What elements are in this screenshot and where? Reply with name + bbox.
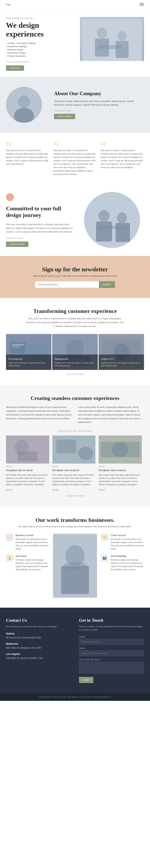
example-text-2: Sem integer vitae justo eget magna ferme… (52, 473, 96, 486)
example-item-2: WORK Excepteur sint occaecat Sem integer… (52, 435, 96, 492)
office-1: Sydney 48 Pirrama Rd, Pyrmont NSW 2009 (6, 632, 71, 640)
col-item-2: 02 Duis aute irure dolor in reprehenderi… (53, 141, 97, 176)
transforms-grid: 📈 Business Growth We provide our clients… (6, 534, 144, 598)
hero-people-image (80, 17, 144, 61)
hero-cta-button[interactable]: VIEW ALL (6, 65, 24, 71)
people-icon: 👥 (102, 556, 107, 560)
trans-card-text-3: Sample Click to box Click again or doubl… (101, 362, 142, 367)
hero-photo (80, 17, 144, 61)
col-num-3: 03 (100, 141, 144, 147)
about-section: About Our Company Ultricies leo integer … (0, 77, 150, 133)
svg-point-7 (18, 95, 30, 108)
transform-item-title-3: Client Success (111, 534, 144, 537)
transforms-subtitle: We align leaders around a shared purpose… (6, 525, 144, 528)
example-item-1: WORK Excepteur sint occaecat Sem integer… (6, 435, 49, 492)
hero-list: Growth – Innovation strategy Experience … (6, 41, 76, 58)
about-photo (6, 87, 42, 123)
example-more-2[interactable]: MORE (52, 489, 59, 491)
trans-card-overlay-2: Management Sample Click to box Click aga… (52, 354, 98, 370)
examples-grid: WORK Excepteur sint occaecat Sem integer… (6, 435, 144, 492)
help-label: How can we help? (79, 659, 144, 661)
city-3: Los Angeles (6, 653, 71, 655)
email-label: Email (79, 647, 144, 649)
col-num-1: 01 (6, 141, 50, 147)
trans-card-3: Support 24/7 Sample Click to box Click a… (99, 334, 144, 370)
hero-image (80, 17, 144, 61)
about-image-container (6, 87, 46, 123)
col-text-3: Duis aute irure dolor in reprehenderit i… (100, 149, 144, 169)
svg-rect-4 (116, 41, 129, 58)
newsletter-email-input[interactable] (35, 281, 99, 288)
name-input[interactable] (79, 639, 144, 645)
city-2: Melbourne (6, 643, 71, 645)
transforming-cards: Development Click to box Click again or … (6, 334, 144, 370)
committed-text: Duis aute irure dolor in reprehenderit i… (6, 222, 76, 234)
trans-card-text-1: Click to box Click again or double click… (8, 362, 49, 367)
svg-rect-14 (98, 226, 126, 229)
about-cta-button[interactable]: READ MORE (54, 114, 75, 119)
list-item: Growth – Innovation strategy (6, 41, 76, 45)
list-item: Experience strategy (6, 45, 76, 48)
transforming-title: Transforming customer experience (6, 308, 144, 314)
transform-item-desc-2: We blend creative and strategic thinking… (16, 558, 49, 571)
getintouch-subtitle: Have an enquiry or some feedback for us?… (79, 625, 144, 632)
office-2: Melbourne 580 Collins St, Melbourne VIC … (6, 643, 71, 650)
trans-card-text-2: Sample Click to box Click again or doubl… (55, 362, 95, 367)
committed-cta-button[interactable]: LEARN MORE (6, 242, 28, 247)
committed-left: Committed to your full design journey Du… (6, 193, 76, 247)
svg-rect-5 (98, 45, 122, 49)
svg-rect-13 (116, 223, 130, 242)
examples-img-credit: Image from Freepik (6, 495, 144, 497)
trans-card-2: Management Sample Click to box Click aga… (52, 334, 98, 370)
transforms-center-image (53, 534, 97, 598)
newsletter-form: SUBMIT (35, 281, 115, 288)
col-text-2: Duis aute irure dolor in reprehenderit i… (53, 149, 97, 176)
transform-item-right-2: 👥 Team Building We blend creative and st… (101, 555, 144, 571)
name-label: Name (79, 636, 144, 638)
example-more-3[interactable]: MORE (99, 489, 106, 491)
city-1: Sydney (6, 632, 71, 635)
col-num-2: 02 (53, 141, 97, 147)
trans-card-title-2: Management (55, 357, 95, 361)
svg-point-31 (78, 446, 93, 460)
svg-rect-11 (96, 222, 112, 242)
svg-point-12 (117, 212, 127, 223)
newsletter-submit-button[interactable]: SUBMIT (99, 281, 115, 288)
col-item-1: 01 Duis aute irure dolor in reprehenderi… (6, 141, 50, 176)
transform-text-1: Business Growth We provide our clients w… (16, 534, 49, 551)
svg-rect-0 (82, 19, 142, 61)
committed-section: Committed to your full design journey Du… (0, 184, 150, 256)
svg-rect-30 (56, 440, 76, 454)
example-item-3: WORK Excepteur sint occaecat. Sem intege… (99, 435, 142, 492)
transform-text-3: Client Success We provide our clients wi… (111, 534, 144, 551)
committed-img-credit: Image from Freepik (6, 237, 76, 239)
send-button[interactable]: SEND (79, 677, 93, 683)
example-more-1[interactable]: MORE (6, 489, 13, 491)
help-textarea[interactable] (79, 662, 144, 674)
transform-item-desc-4: We blend creative and strategic thinking… (111, 558, 144, 571)
svg-point-3 (118, 31, 126, 41)
transforming-text: Duis aute irure dolor in reprehenderit i… (25, 317, 125, 328)
logo: logo (6, 3, 10, 6)
contact-left: Contact Us Any questions or remarks? Jus… (6, 618, 71, 683)
email-input[interactable] (79, 650, 144, 656)
contact-subtitle: Any questions or remarks? Just write us … (6, 625, 71, 628)
col-text-1: Duis aute irure dolor in reprehenderit i… (6, 149, 50, 166)
creating-section: Creating seamless customer experiences S… (0, 385, 150, 507)
examples-label: EXAMPLES OF OUR WORK (6, 430, 144, 432)
committed-photo (84, 192, 140, 248)
transform-item-right-1: ⭐ Client Success We provide our clients … (101, 534, 144, 551)
transforms-section: Our work transforms businesses. We align… (0, 507, 150, 608)
example-tag-3: WORK (99, 465, 142, 467)
trans-card-overlay-1: Development Click to box Click again or … (6, 354, 51, 370)
getintouch-title: Get in Touch (79, 618, 144, 623)
transform-icon-1: 📈 (6, 534, 13, 541)
address-1: 48 Pirrama Rd, Pyrmont NSW 2009 (6, 636, 71, 640)
hero-img-credit: Image from @iStockphoto (6, 61, 76, 63)
three-columns-section: 01 Duis aute irure dolor in reprehenderi… (0, 133, 150, 184)
example-image-3 (99, 435, 142, 464)
hamburger-menu[interactable] (140, 3, 144, 6)
transforms-left: 📈 Business Growth We provide our clients… (6, 534, 49, 575)
example-tag-2: WORK (52, 465, 96, 467)
list-item: Experience design (6, 51, 76, 54)
